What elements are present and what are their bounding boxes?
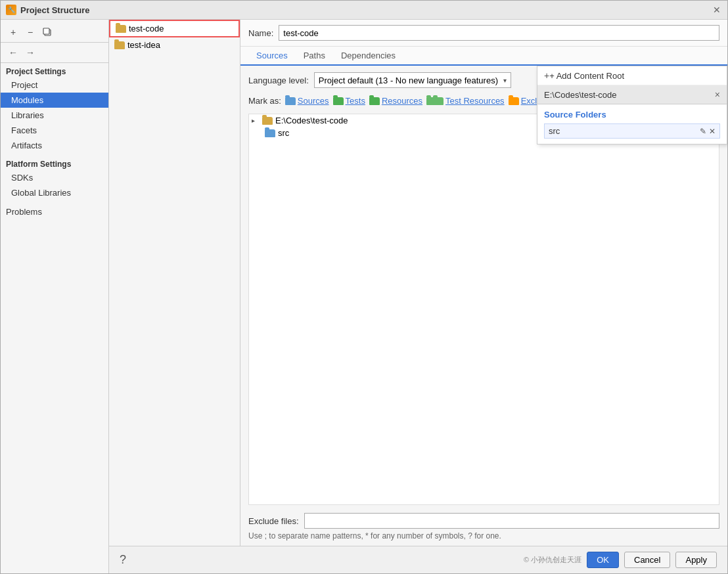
module-item-test-code[interactable]: test-code [109, 20, 240, 37]
src-label: src [278, 128, 289, 138]
close-button[interactable]: ✕ [712, 5, 722, 15]
popup-title: E:\Codes\test-code [544, 90, 617, 100]
detail-panel: Name: Sources Paths Dependencies [240, 20, 727, 546]
name-input[interactable] [279, 25, 719, 41]
modules-list: test-code test-idea [109, 20, 240, 546]
module-label-test-idea: test-idea [127, 40, 160, 50]
popup-close-button[interactable]: × [715, 89, 720, 100]
modules-toolbar: + − [1, 22, 108, 43]
popup-src-label: src [549, 126, 560, 136]
lang-select[interactable]: Project default (13 - No new language fe… [314, 72, 511, 88]
source-folders-label: Source Folders [544, 110, 720, 120]
tab-sources[interactable]: Sources [248, 47, 296, 66]
lang-select-arrow: ▾ [503, 77, 507, 84]
tree-expand-icon[interactable]: ▸ [252, 117, 260, 124]
root-folder-icon [262, 117, 273, 125]
test-resources-folder-icon [426, 97, 444, 105]
excluded-folder-icon [509, 97, 519, 105]
sidebar-item-project[interactable]: Project [1, 77, 108, 93]
tree-root-path: E:\Codes\test-code [275, 116, 348, 125]
sidebar: + − ← → Project Settings Project Modules… [1, 20, 109, 573]
tests-folder-icon [333, 97, 344, 105]
right-panel: test-code test-idea Name: [109, 20, 727, 573]
lang-label: Language level: [248, 76, 309, 85]
src-folder-icon [265, 129, 275, 137]
sidebar-item-modules[interactable]: Modules [1, 93, 108, 108]
popup-src-item: src ✎ ✕ [544, 123, 720, 139]
modules-content: test-code test-idea Name: [109, 20, 727, 546]
mark-resources-button[interactable]: Resources [369, 96, 422, 106]
sidebar-item-artifacts[interactable]: Artifacts [1, 138, 108, 153]
detail-and-popup: Language level: Project default (13 - No… [240, 66, 727, 546]
add-content-root-label: + Add Content Root [549, 71, 624, 81]
file-tree[interactable]: ▸ E:\Codes\test-code ⚙ [248, 114, 719, 505]
sidebar-item-facets[interactable]: Facets [1, 123, 108, 138]
side-popup: + + Add Content Root E:\Codes\test-code … [537, 66, 727, 144]
tab-dependencies[interactable]: Dependencies [333, 47, 403, 66]
add-button[interactable]: + [6, 25, 20, 39]
resources-folder-icon [369, 97, 380, 105]
module-folder-icon2 [114, 41, 125, 49]
add-content-root-button[interactable]: + + Add Content Root [537, 66, 727, 85]
title-bar: 🔧 Project Structure ✕ [1, 1, 727, 20]
module-label-test-code: test-code [129, 24, 164, 33]
window-title: Project Structure [20, 5, 89, 15]
module-folder-icon [116, 25, 126, 33]
sidebar-item-sdks[interactable]: SDKs [1, 170, 108, 185]
lang-select-text: Project default (13 - No new language fe… [319, 76, 503, 85]
watermark: © 小孙仇创走天涯 [524, 555, 581, 565]
project-settings-label: Project Settings [1, 63, 108, 77]
exclude-label: Exclude files: [248, 516, 299, 526]
exclude-input[interactable] [304, 513, 719, 529]
cancel-button[interactable]: Cancel [624, 552, 670, 568]
apply-button[interactable]: Apply [675, 552, 717, 568]
sources-folder-icon [285, 97, 296, 105]
exclude-row: Exclude files: [248, 513, 719, 529]
exclude-hint: Use ; to separate name patterns, * for a… [248, 531, 719, 541]
remove-button[interactable]: − [23, 25, 37, 39]
sidebar-item-global-libraries[interactable]: Global Libraries [1, 185, 108, 200]
sidebar-item-problems[interactable]: Problems [1, 200, 108, 223]
popup-content: Source Folders src ✎ ✕ [537, 104, 727, 144]
main-content: + − ← → Project Settings Project Modules… [1, 20, 727, 573]
project-structure-window: 🔧 Project Structure ✕ + − ← → Project Se… [0, 0, 728, 574]
mark-test-resources-button[interactable]: Test Resources [426, 96, 505, 106]
name-row: Name: [240, 20, 727, 47]
popup-header: E:\Codes\test-code × [537, 85, 727, 104]
plus-icon: + [544, 70, 549, 81]
edit-src-button[interactable]: ✎ [700, 127, 706, 136]
svg-rect-1 [43, 28, 49, 34]
ok-button[interactable]: OK [587, 552, 619, 568]
help-button[interactable]: ? [120, 553, 126, 567]
forward-button[interactable]: → [23, 45, 37, 60]
bottom-bar: ? © 小孙仇创走天涯 OK Cancel Apply [109, 546, 727, 573]
tab-paths[interactable]: Paths [296, 47, 333, 66]
app-icon: 🔧 [6, 5, 16, 15]
sidebar-item-libraries[interactable]: Libraries [1, 108, 108, 123]
copy-button[interactable] [40, 25, 55, 39]
mark-label: Mark as: [248, 96, 281, 106]
mark-sources-button[interactable]: Sources [285, 96, 329, 106]
delete-src-button[interactable]: ✕ [709, 127, 716, 136]
tabs-row: Sources Paths Dependencies [240, 47, 727, 66]
mark-tests-button[interactable]: Tests [333, 96, 365, 106]
module-item-test-idea[interactable]: test-idea [109, 37, 240, 53]
platform-settings-label: Platform Settings [1, 153, 108, 170]
back-button[interactable]: ← [6, 45, 20, 60]
name-label: Name: [248, 28, 273, 38]
